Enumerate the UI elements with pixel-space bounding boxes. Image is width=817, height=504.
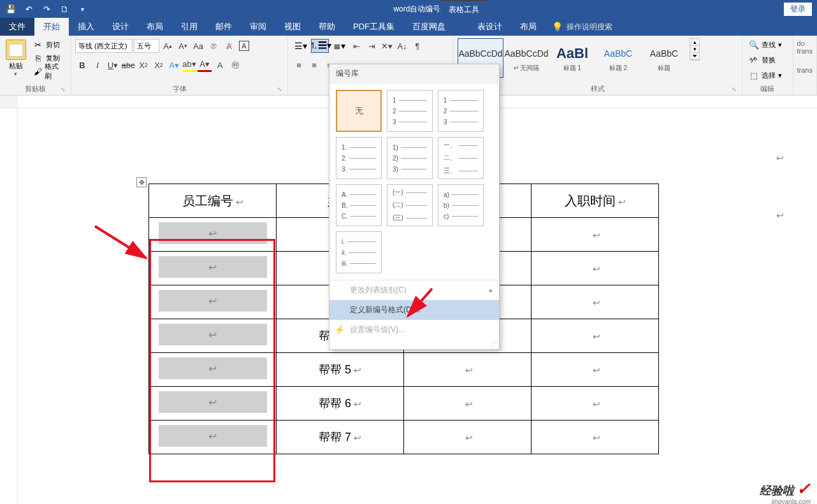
table-cell[interactable]: ↩ xyxy=(149,353,277,387)
annotation-arrow-1 xyxy=(92,223,155,280)
tell-me-search[interactable]: 💡 操作说明搜索 xyxy=(546,22,619,32)
font-name-select[interactable]: 等线 (西文正文) xyxy=(75,39,133,53)
table-header[interactable]: 员工编号↩ xyxy=(149,184,277,218)
underline-icon[interactable]: U▾ xyxy=(106,58,120,72)
numbering-item[interactable]: i. ii. iii. xyxy=(336,231,382,273)
tab-review[interactable]: 审阅 xyxy=(241,18,275,36)
tab-insert[interactable]: 插入 xyxy=(69,18,103,36)
tab-layout[interactable]: 布局 xyxy=(138,18,172,36)
style-heading1[interactable]: AaBl 标题 1 xyxy=(549,38,595,78)
vertical-ruler[interactable] xyxy=(0,108,18,504)
redo-icon[interactable]: ↷ xyxy=(38,1,55,17)
tab-home[interactable]: 开始 xyxy=(34,18,69,36)
highlight-icon[interactable]: ab▾ xyxy=(182,58,196,72)
table-cell[interactable]: ↩ xyxy=(149,319,277,353)
style-nospacing[interactable]: AaBbCcDd ↵ 无间隔 xyxy=(503,38,549,78)
qat-btn[interactable]: 🗋 xyxy=(56,1,73,17)
tab-file[interactable]: 文件 xyxy=(0,18,34,36)
strike-icon[interactable]: abc xyxy=(121,58,135,72)
table-cell[interactable]: ↩ xyxy=(149,218,277,252)
dialog-launcher-icon[interactable]: ⤡ xyxy=(59,86,67,94)
numbering-item[interactable]: 1 2 3 xyxy=(387,90,433,132)
gallery-scroll[interactable]: ▴▾⏷ xyxy=(690,38,700,61)
table-cell[interactable]: ↩ xyxy=(149,252,277,285)
tab-baidu[interactable]: 百度网盘 xyxy=(403,18,454,36)
table-cell[interactable]: ↩ xyxy=(149,285,277,319)
dialog-launcher-icon[interactable]: ⤡ xyxy=(730,86,738,94)
numbering-item[interactable]: 1 2 3 xyxy=(438,90,484,132)
table-cell[interactable]: ↩ xyxy=(404,387,531,421)
clear-format-icon[interactable]: A̷ xyxy=(222,39,236,53)
table-cell[interactable]: ↩ xyxy=(149,421,277,454)
tab-table-design[interactable]: 表设计 xyxy=(468,18,511,36)
numbering-item[interactable]: (一) (二) (三) xyxy=(387,184,433,226)
font-color-icon[interactable]: A▾ xyxy=(198,58,212,72)
table-cell[interactable]: 帮帮 7↩ xyxy=(277,421,404,454)
table-cell[interactable]: ↩ xyxy=(531,218,659,252)
tab-pdf[interactable]: PDF工具集 xyxy=(344,18,403,36)
style-heading2[interactable]: AaBbC 标题 2 xyxy=(595,38,641,78)
table-cell[interactable]: ↩ xyxy=(404,421,531,454)
tab-mailings[interactable]: 邮件 xyxy=(206,18,241,36)
bullets-icon[interactable]: ☰▾ xyxy=(292,39,310,53)
style-title[interactable]: AaBbC 标题 xyxy=(641,38,687,78)
font-size-select[interactable]: 五号 xyxy=(134,39,159,53)
login-button[interactable]: 登录 xyxy=(784,3,812,16)
phonetic-icon[interactable]: ㉆ xyxy=(206,39,221,53)
numbering-item[interactable]: 1. 2. 3. xyxy=(336,137,382,179)
table-cell[interactable]: ↩ xyxy=(531,319,659,353)
show-marks-icon[interactable]: ¶ xyxy=(410,39,424,53)
table-cell[interactable]: 帮帮 6↩ xyxy=(277,387,404,421)
bold-icon[interactable]: B xyxy=(75,58,89,72)
table-cell[interactable]: ↩ xyxy=(531,285,659,319)
table-cell[interactable]: ↩ xyxy=(531,387,659,421)
grow-font-icon[interactable]: A▴ xyxy=(161,39,175,53)
table-cell[interactable]: ↩ xyxy=(531,252,659,285)
tab-view[interactable]: 视图 xyxy=(275,18,310,36)
table-cell[interactable]: 帮帮 5↩ xyxy=(277,353,404,387)
increase-indent-icon[interactable]: ⇥ xyxy=(365,39,379,53)
format-painter-button[interactable]: 🖌格式刷 xyxy=(31,65,67,78)
find-button[interactable]: 🔍查找 ▾ xyxy=(746,38,784,51)
char-border-icon[interactable]: A xyxy=(237,39,251,53)
tab-design[interactable]: 设计 xyxy=(103,18,138,36)
numbering-item[interactable]: 一、 二、 三、 xyxy=(438,137,484,179)
char-shading-icon[interactable]: A xyxy=(213,58,227,72)
enclose-icon[interactable]: ㊕ xyxy=(228,58,242,72)
numbering-item[interactable]: a) b) c) xyxy=(438,184,484,226)
tab-help[interactable]: 帮助 xyxy=(310,18,344,36)
table-cell[interactable]: ↩ xyxy=(404,353,531,387)
shrink-font-icon[interactable]: A▾ xyxy=(176,39,190,53)
asian-layout-icon[interactable]: ✕▾ xyxy=(380,39,394,53)
replace-button[interactable]: ᵃ⁄ᵇ替换 xyxy=(746,54,778,66)
table-cell[interactable]: ↩ xyxy=(531,353,659,387)
text-effects-icon[interactable]: A▾ xyxy=(167,58,181,72)
italic-icon[interactable]: I xyxy=(90,58,105,72)
change-case-icon[interactable]: Aa xyxy=(191,39,205,53)
align-left-icon[interactable]: ≡ xyxy=(292,58,306,72)
dialog-launcher-icon[interactable]: ⤡ xyxy=(276,86,284,94)
select-button[interactable]: ⬚选择 ▾ xyxy=(746,69,784,82)
tab-table-layout[interactable]: 布局 xyxy=(511,18,546,36)
numbering-icon[interactable]: ⒈☰▾ xyxy=(311,39,329,53)
qat-more-icon[interactable]: ▾ xyxy=(74,1,90,17)
table-header[interactable]: 入职时间↩ xyxy=(531,184,659,218)
table-cell[interactable]: ↩ xyxy=(149,387,277,421)
numbering-item[interactable]: A. B. C. xyxy=(336,184,382,226)
cut-button[interactable]: ✂剪切 xyxy=(31,38,67,51)
numbering-none[interactable]: 无 xyxy=(336,90,382,132)
undo-icon[interactable]: ↶ xyxy=(20,1,37,17)
multilevel-icon[interactable]: ≣▾ xyxy=(330,39,348,53)
resize-grip-icon[interactable]: ⋰ xyxy=(329,340,499,349)
numbering-item[interactable]: 1) 2) 3) xyxy=(387,137,433,179)
table-cell[interactable]: ↩ xyxy=(531,421,659,454)
save-icon[interactable]: 💾 xyxy=(3,1,19,17)
align-center-icon[interactable]: ≡ xyxy=(307,58,321,72)
table-move-handle[interactable]: ✥ xyxy=(136,177,147,187)
paste-button[interactable]: 粘贴 ▾ xyxy=(4,38,28,77)
sort-icon[interactable]: A↓ xyxy=(395,39,409,53)
tab-references[interactable]: 引用 xyxy=(172,18,206,36)
subscript-icon[interactable]: X2 xyxy=(136,58,150,72)
decrease-indent-icon[interactable]: ⇤ xyxy=(349,39,363,53)
superscript-icon[interactable]: X2 xyxy=(152,58,166,72)
